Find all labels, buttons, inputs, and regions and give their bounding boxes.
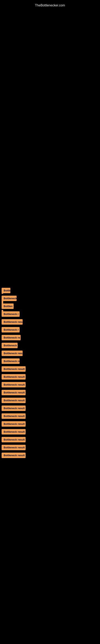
bottleneck-label-10: Bottleneck re [1,358,20,364]
bottleneck-label-7: Bottleneck re [1,335,21,340]
bottleneck-label-6: Bottleneck r [1,327,20,332]
bottleneck-item-6[interactable]: Bottleneck r [0,327,100,332]
bottleneck-item-18[interactable]: Bottleneck result [0,421,100,427]
bottleneck-label-9: Bottleneck resu [1,350,23,356]
bottleneck-item-20[interactable]: Bottleneck result [0,437,100,442]
bottleneck-item-8[interactable]: Bottleneck [0,343,100,348]
bottleneck-label-15: Bottleneck result [1,398,26,403]
bottleneck-label-18: Bottleneck result [1,421,26,427]
bottleneck-item-13[interactable]: Bottleneck result [0,382,100,388]
bottleneck-label-13: Bottleneck result [1,382,26,388]
bottleneck-label-14: Bottleneck result [1,390,26,395]
bottleneck-item-7[interactable]: Bottleneck re [0,335,100,340]
bottleneck-item-1[interactable]: Bottle [0,288,100,293]
bottleneck-item-22[interactable]: Bottleneck result [0,452,100,458]
bottleneck-items-container: BottleBottleneckBottlenBottleneck rBottl… [0,288,100,460]
bottleneck-label-16: Bottleneck result [1,406,26,411]
bottleneck-label-17: Bottleneck result [1,413,26,419]
bottleneck-item-17[interactable]: Bottleneck result [0,413,100,419]
bottleneck-item-4[interactable]: Bottleneck r [0,311,100,317]
bottleneck-item-15[interactable]: Bottleneck result [0,398,100,403]
bottleneck-item-16[interactable]: Bottleneck result [0,406,100,411]
bottleneck-label-2: Bottleneck [1,296,17,301]
bottleneck-label-5: Bottleneck resu [1,319,23,324]
bottleneck-item-3[interactable]: Bottlen [0,304,100,309]
bottleneck-label-19: Bottleneck result [1,429,26,434]
bottleneck-item-10[interactable]: Bottleneck re [0,358,100,364]
bottleneck-label-21: Bottleneck result [1,445,26,450]
bottleneck-item-14[interactable]: Bottleneck result [0,390,100,395]
bottleneck-label-11: Bottleneck result [1,366,26,372]
bottleneck-item-11[interactable]: Bottleneck result [0,366,100,372]
bottleneck-label-1: Bottle [1,288,10,293]
bottleneck-label-12: Bottleneck result [1,374,26,380]
bottleneck-label-20: Bottleneck result [1,437,26,442]
bottleneck-item-5[interactable]: Bottleneck resu [0,319,100,324]
bottleneck-label-3: Bottlen [1,304,14,309]
bottleneck-label-8: Bottleneck [1,343,18,348]
bottleneck-item-9[interactable]: Bottleneck resu [0,350,100,356]
bottleneck-item-19[interactable]: Bottleneck result [0,429,100,434]
bottleneck-item-21[interactable]: Bottleneck result [0,445,100,450]
bottleneck-label-4: Bottleneck r [1,311,20,317]
site-title: TheBottlenecker.com [0,2,100,9]
bottleneck-label-22: Bottleneck result [1,452,26,458]
bottleneck-item-12[interactable]: Bottleneck result [0,374,100,380]
bottleneck-item-2[interactable]: Bottleneck [0,296,100,301]
